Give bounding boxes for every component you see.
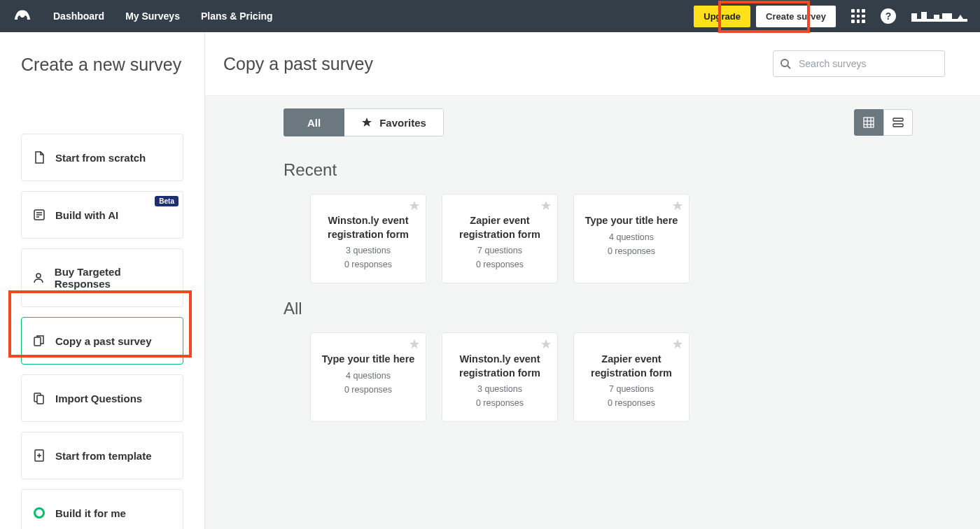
card-title: Type your title here — [585, 214, 678, 228]
topbar: Dashboard My Surveys Plans & Pricing Upg… — [0, 0, 980, 32]
option-copy-past-survey[interactable]: Copy a past survey — [21, 317, 183, 365]
star-icon — [361, 117, 372, 128]
recent-cards: Winston.ly event registration form 3 que… — [310, 194, 962, 283]
survey-card[interactable]: Winston.ly event registration form 3 que… — [442, 332, 558, 422]
sidebar-title: Create a new survey — [21, 55, 183, 92]
section-recent-label: Recent — [284, 160, 962, 180]
svg-line-7 — [788, 66, 790, 69]
star-icon[interactable] — [672, 200, 683, 211]
survey-card[interactable]: Zapier event registration form 7 questio… — [573, 332, 690, 422]
option-label: Copy a past survey — [55, 335, 152, 347]
svg-rect-13 — [893, 118, 903, 121]
option-label: Build it for me — [55, 507, 126, 519]
star-icon[interactable] — [672, 339, 683, 350]
option-start-from-template[interactable]: Start from template — [21, 432, 183, 479]
survey-card[interactable]: Winston.ly event registration form 3 que… — [310, 194, 426, 283]
star-icon[interactable] — [540, 339, 552, 350]
card-responses: 0 responses — [344, 260, 392, 269]
svg-rect-14 — [893, 124, 903, 127]
section-all-label: All — [284, 299, 962, 318]
search-icon — [780, 58, 791, 69]
card-responses: 0 responses — [476, 260, 524, 269]
card-responses: 0 responses — [344, 385, 392, 395]
filter-fav-label: Favorites — [379, 117, 426, 129]
option-label: Start from template — [55, 450, 152, 462]
option-label: Build with AI — [55, 209, 118, 221]
svg-rect-2 — [34, 337, 41, 346]
option-label: Import Questions — [55, 393, 142, 404]
card-responses: 0 responses — [608, 398, 655, 408]
logo[interactable] — [13, 8, 32, 24]
view-grid-button[interactable] — [854, 109, 883, 136]
user-icon — [33, 271, 45, 284]
card-title: Winston.ly event registration form — [451, 353, 549, 380]
svg-point-6 — [781, 59, 788, 66]
card-title: Type your title here — [322, 353, 415, 367]
beta-badge: Beta — [155, 196, 178, 206]
ring-icon — [33, 507, 46, 519]
card-questions: 7 questions — [609, 384, 654, 394]
option-label: Start from scratch — [55, 152, 146, 164]
option-import-questions[interactable]: Import Questions — [21, 374, 183, 422]
page-title: Copy a past survey — [223, 54, 373, 74]
option-start-from-scratch[interactable]: Start from scratch — [21, 134, 183, 181]
option-build-it-for-me[interactable]: Build it for me — [21, 489, 183, 529]
apps-grid-icon[interactable] — [851, 9, 865, 23]
card-title: Winston.ly event registration form — [319, 214, 417, 241]
survey-card[interactable]: Type your title here 4 questions 0 respo… — [573, 194, 690, 283]
search-input[interactable] — [773, 50, 945, 77]
card-questions: 3 questions — [346, 246, 391, 255]
filter-favorites[interactable]: Favorites — [344, 108, 444, 136]
nav-my-surveys[interactable]: My Surveys — [125, 10, 180, 22]
view-list-button[interactable] — [883, 109, 913, 136]
main: Copy a past survey All Favorites — [205, 32, 980, 529]
top-nav: Dashboard My Surveys Plans & Pricing — [53, 10, 273, 22]
card-questions: 4 questions — [346, 371, 391, 381]
card-questions: 3 questions — [477, 384, 522, 394]
card-responses: 0 responses — [608, 246, 655, 256]
import-icon — [33, 392, 46, 404]
sidebar: Create a new survey Start from scratch B… — [0, 32, 205, 529]
card-questions: 4 questions — [609, 232, 654, 242]
card-title: Zapier event registration form — [582, 353, 680, 380]
copy-icon — [33, 334, 46, 347]
option-label: Buy Targeted Responses — [55, 266, 172, 290]
upgrade-button[interactable]: Upgrade — [694, 6, 750, 27]
grid-icon — [863, 117, 874, 128]
svg-point-1 — [36, 274, 41, 278]
filter-all[interactable]: All — [284, 108, 344, 136]
option-build-with-ai[interactable]: Build with AI Beta — [21, 191, 183, 239]
nav-plans-pricing[interactable]: Plans & Pricing — [201, 10, 273, 22]
star-icon[interactable] — [540, 200, 552, 211]
survey-card[interactable]: Type your title here 4 questions 0 respo… — [310, 332, 426, 422]
survey-card[interactable]: Zapier event registration form 7 questio… — [442, 194, 558, 283]
svg-rect-4 — [37, 395, 43, 404]
card-responses: 0 responses — [476, 398, 524, 408]
list-icon — [892, 117, 904, 128]
template-icon — [33, 449, 46, 462]
option-buy-targeted[interactable]: Buy Targeted Responses — [21, 248, 183, 307]
all-cards: Type your title here 4 questions 0 respo… — [310, 332, 962, 422]
ai-icon — [33, 209, 46, 221]
help-icon[interactable]: ? — [881, 8, 896, 24]
card-questions: 7 questions — [477, 246, 522, 255]
star-icon[interactable] — [409, 339, 420, 350]
card-title: Zapier event registration form — [451, 214, 549, 241]
nav-dashboard[interactable]: Dashboard — [53, 10, 104, 22]
doc-icon — [33, 151, 46, 164]
create-survey-button[interactable]: Create survey — [756, 6, 836, 27]
star-icon[interactable] — [409, 200, 420, 211]
svg-rect-8 — [864, 118, 874, 127]
profile-menu[interactable] — [911, 9, 967, 23]
